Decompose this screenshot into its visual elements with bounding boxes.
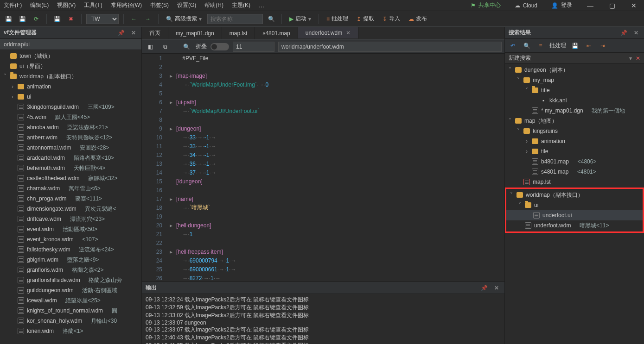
search-tree-item[interactable]: * my_map01.dgn 我的第一個地: [505, 106, 644, 116]
menu-bookmarks[interactable]: 书签(S): [149, 0, 170, 10]
extract-button[interactable]: ↥提取: [354, 13, 377, 25]
new-search-dropdown-icon[interactable]: ▾: [629, 55, 632, 62]
pin-icon[interactable]: 📌: [116, 30, 127, 36]
batch-button[interactable]: ≡批处理: [324, 13, 351, 25]
search-batch-icon[interactable]: ≡: [536, 41, 546, 51]
search-close-icon[interactable]: ✕: [632, 30, 640, 36]
search-tree[interactable]: ˅dungeon（副本）˅my_map˅title▪kkk.ani* my_ma…: [505, 64, 644, 344]
output-body[interactable]: 09-13 12:32:24 载入ImagePacks2后方可在 鼠标右键查看文…: [142, 294, 504, 344]
search-tree-item[interactable]: ˅my_map: [505, 75, 644, 85]
editor-tab[interactable]: map.lst: [222, 27, 255, 39]
search-tree-item[interactable]: s4801.map <4801>: [505, 167, 644, 177]
search-name-input[interactable]: [207, 14, 263, 24]
close-button[interactable]: ✕: [626, 1, 641, 10]
adv-search-button[interactable]: 🔍高级搜索▾: [163, 13, 204, 25]
search-tree-item[interactable]: underfoot.wdm 暗黑城<11>: [506, 220, 643, 231]
new-search-label[interactable]: 新建搜索: [509, 54, 531, 62]
search-go-icon[interactable]: 🔍: [266, 13, 277, 25]
tree-item[interactable]: granfloris.wdm 格蘭之森<2>: [0, 265, 141, 275]
editor-tab[interactable]: underfoot.wdm✕: [298, 27, 358, 39]
tree-item[interactable]: knights_of_round_normal.wdm 圓: [0, 306, 141, 316]
menu-settings[interactable]: 设置(G): [176, 0, 197, 10]
search-tree-item[interactable]: map.lst: [505, 177, 644, 187]
cloud-button[interactable]: ☁Cloud: [511, 2, 541, 9]
maximize-button[interactable]: ▢: [605, 1, 620, 10]
line-number-input[interactable]: [233, 42, 274, 52]
import-button[interactable]: ↧导入: [380, 13, 403, 25]
search-import-icon[interactable]: ⇤: [584, 41, 594, 51]
tree-folder[interactable]: town（城镇）: [0, 51, 141, 61]
close-tab-icon[interactable]: ✕: [346, 30, 351, 36]
forward-icon[interactable]: →: [142, 13, 153, 25]
menu-file[interactable]: 文件(F): [3, 0, 23, 10]
tree-item[interactable]: 45.wdm 默人王國<45>: [0, 112, 141, 122]
output-pin-icon[interactable]: 📌: [479, 285, 490, 291]
tree-item[interactable]: 3kingdomsguild.wdm 三國<109>: [0, 102, 141, 112]
search-tree-item[interactable]: ˅title: [505, 85, 644, 95]
tree-item[interactable]: antonnormal.wdm 安圖恩<28>: [0, 143, 141, 153]
tree-item[interactable]: lorien.wdm 洛蘭<1>: [0, 326, 141, 336]
search-tree-item[interactable]: ˅ui: [506, 200, 643, 210]
menu-help[interactable]: 帮助(H): [204, 0, 224, 10]
search-save-icon[interactable]: 💾: [570, 41, 580, 51]
save-all-icon[interactable]: 💾: [17, 13, 28, 25]
tree-item[interactable]: driftcave.wdm 漂流洞穴<23>: [0, 214, 141, 224]
menu-edit[interactable]: 编辑(E): [29, 0, 50, 10]
file-tree[interactable]: town（城镇）ui（界面）˅worldmap（副本接口）›animation›…: [0, 50, 141, 344]
publish-button[interactable]: ☁发布: [406, 13, 430, 25]
search-tree-item[interactable]: ›animation: [505, 136, 644, 146]
tree-folder[interactable]: ui（界面）: [0, 61, 141, 71]
menu-routes[interactable]: 常用路径(W): [110, 0, 143, 10]
search-again-icon[interactable]: 🔍: [522, 41, 532, 51]
editor-tab[interactable]: my_map01.dgn: [168, 27, 222, 39]
copy-icon[interactable]: ⧉: [159, 41, 171, 52]
editor-tab[interactable]: 首页: [142, 27, 168, 39]
tree-item[interactable]: event.wdm 活動區域<50>: [0, 224, 141, 234]
tree-item[interactable]: aradcartel.wdm 陌路者要塞<10>: [0, 153, 141, 163]
editor-tab[interactable]: s4801.map: [255, 27, 298, 39]
tree-item[interactable]: guilddungeon.wdm 活動·右側區域: [0, 285, 141, 295]
minimize-button[interactable]: —: [582, 1, 598, 10]
tree-item[interactable]: castleofthedead.wdm 寂靜城<32>: [0, 173, 141, 183]
login-button[interactable]: 👤登录: [548, 1, 576, 9]
delete-icon[interactable]: ✖: [65, 13, 77, 25]
close-panel-icon[interactable]: ✕: [129, 30, 138, 36]
undo-search-icon[interactable]: ↶: [508, 41, 518, 51]
launch-button[interactable]: ▶启动▾: [287, 13, 314, 25]
tree-item[interactable]: charnak.wdm 萬年雪山<6>: [0, 183, 141, 194]
search-in-file-icon[interactable]: 🔍: [181, 41, 192, 52]
tree-item[interactable]: behemoth.wdm 天帷巨獸<4>: [0, 163, 141, 173]
search-export-icon[interactable]: ⇥: [598, 41, 608, 51]
tree-item[interactable]: abnoba.wdm 亞諾法森林<21>: [0, 122, 141, 132]
search-tree-item[interactable]: ›tile: [505, 146, 644, 156]
back-icon[interactable]: ←: [128, 13, 140, 25]
fold-toggle[interactable]: [210, 43, 229, 50]
window-icon[interactable]: ◧: [145, 41, 156, 52]
tree-folder[interactable]: ˅worldmap（副本接口）: [0, 71, 141, 81]
tree-item[interactable]: ›ui: [0, 92, 141, 102]
search-tree-item[interactable]: underfoot.ui: [506, 210, 643, 220]
tree-item[interactable]: fallstothesky.wdm 逆流瀑布<24>: [0, 244, 141, 255]
tree-item[interactable]: event_kronos.wdm <107>: [0, 234, 141, 244]
search-tree-item[interactable]: ˅dungeon（副本）: [505, 65, 644, 75]
file-path-input[interactable]: [278, 42, 502, 52]
share-center[interactable]: ⚑共享中心: [467, 1, 504, 9]
search-pin-icon[interactable]: 📌: [618, 30, 629, 36]
region-select[interactable]: TW: [86, 14, 119, 24]
tree-item[interactable]: gblgrim.wdm 墮落之殿<9>: [0, 255, 141, 265]
search-tree-item[interactable]: ˅map（地图）: [505, 116, 644, 126]
tree-item[interactable]: kor_shonan_holy.wdm 月輪山<30: [0, 316, 141, 326]
tree-item[interactable]: dimensiongate.wdm 異次元裂縫<: [0, 204, 141, 214]
menu-more-icon[interactable]: …: [258, 1, 265, 10]
code-editor[interactable]: 1 #PVF_File23▸[map·image]4 →·`WorldMap/U…: [142, 54, 504, 281]
tree-item[interactable]: ›animation: [0, 81, 141, 92]
tree-item[interactable]: granflorishillside.wdm 格蘭之森山旁: [0, 275, 141, 285]
menu-view[interactable]: 视图(V): [56, 0, 77, 10]
search-tree-item[interactable]: b4801.map <4806>: [505, 156, 644, 167]
save-alt-icon[interactable]: 💾: [51, 13, 63, 25]
save-icon[interactable]: 💾: [3, 13, 14, 25]
refresh-icon[interactable]: ⟳: [31, 13, 42, 25]
tree-item[interactable]: chn_proga.wdm 要塞<111>: [0, 194, 141, 204]
new-search-close-icon[interactable]: ✕: [632, 55, 640, 62]
search-tree-item[interactable]: ˅kingsruins: [505, 126, 644, 136]
